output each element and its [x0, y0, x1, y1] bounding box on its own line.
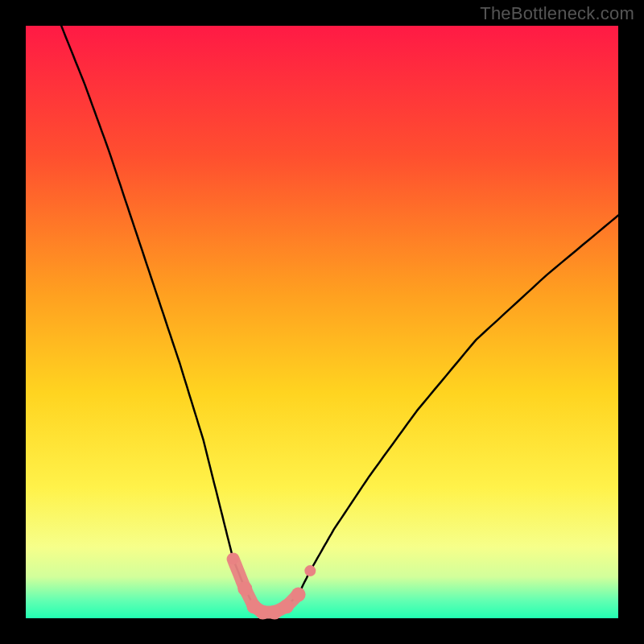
watermark-text: TheBottleneck.com: [480, 3, 634, 24]
optimal-marker: [228, 553, 239, 564]
bottleneck-curve-chart: [0, 0, 644, 644]
gradient-background: [26, 26, 618, 618]
optimal-marker: [279, 599, 294, 613]
optimal-marker: [304, 565, 316, 576]
optimal-marker: [291, 588, 306, 602]
optimal-marker: [237, 581, 252, 596]
chart-container: TheBottleneck.com: [0, 0, 644, 644]
